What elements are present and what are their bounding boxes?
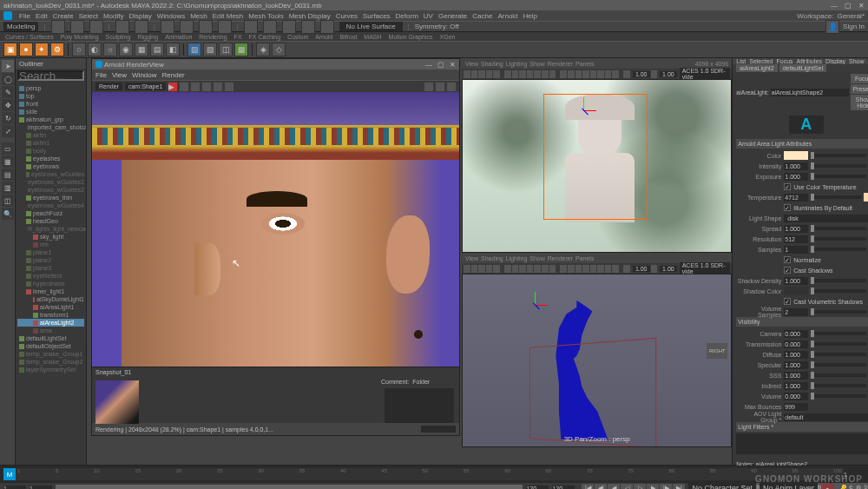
- vp2-gamma-icon[interactable]: [651, 265, 658, 273]
- shelf-gear-icon[interactable]: ⚙: [50, 43, 64, 56]
- attr-focus-button[interactable]: Focus: [851, 74, 868, 83]
- range-start-input[interactable]: [3, 486, 26, 490]
- module-dropdown[interactable]: Modeling: [3, 22, 38, 31]
- time-slider[interactable]: M 15101520253035404550556065707580859095…: [0, 466, 868, 483]
- shelf-bifrost[interactable]: Bifrost: [339, 34, 359, 40]
- intensity-slider[interactable]: [811, 164, 866, 168]
- vp2-xray-joints-icon[interactable]: [612, 265, 619, 273]
- res-slider[interactable]: [811, 237, 866, 241]
- select-object-icon[interactable]: [218, 20, 232, 34]
- outliner-item[interactable]: defaultObjectSet: [17, 342, 84, 350]
- outliner-item[interactable]: plane1: [17, 248, 84, 256]
- volume-slider[interactable]: [811, 394, 866, 398]
- menu-help[interactable]: Help: [523, 12, 537, 20]
- outliner-item[interactable]: eyebrows_wGuides4: [17, 202, 84, 209]
- renderview-image[interactable]: [92, 92, 459, 367]
- specular-slider[interactable]: [811, 363, 866, 367]
- outliner-item[interactable]: akhnaton_grp: [17, 116, 84, 123]
- vp2-resolution-gate-icon[interactable]: [519, 265, 526, 273]
- shelf-shader2-icon[interactable]: ▧: [203, 43, 217, 56]
- vp-gamma-icon[interactable]: [651, 70, 658, 78]
- menu-create[interactable]: Create: [53, 12, 74, 20]
- outliner-item[interactable]: plane2: [17, 256, 84, 264]
- attr-menu-focus[interactable]: Focus: [776, 58, 792, 64]
- shadow-density-slider[interactable]: [811, 279, 866, 282]
- menu-surfaces[interactable]: Surfaces: [363, 12, 391, 20]
- shelf-sphere-icon[interactable]: ●: [19, 43, 33, 56]
- play-fwd-icon[interactable]: ▷: [634, 484, 646, 489]
- vp-grid-icon[interactable]: [504, 70, 511, 78]
- shelf-light3-icon[interactable]: ☼: [103, 43, 117, 56]
- outliner-item[interactable]: rim: [17, 241, 84, 248]
- vp-lights-icon[interactable]: [582, 70, 589, 78]
- play-end-input[interactable]: [526, 486, 549, 490]
- attr-menu-attributes[interactable]: Attributes: [797, 58, 823, 64]
- camera-vis-input[interactable]: [784, 330, 808, 338]
- illum-checkbox[interactable]: [784, 204, 791, 211]
- exposure-input[interactable]: [784, 173, 808, 181]
- outliner-item[interactable]: headGeo: [17, 217, 84, 225]
- open-scene-icon[interactable]: [70, 20, 84, 34]
- transmission-slider[interactable]: [811, 342, 866, 346]
- vp2-menu-shading[interactable]: Shading: [481, 255, 503, 261]
- vp-resolution-gate-icon[interactable]: [519, 70, 526, 78]
- outliner-item[interactable]: imported_cam_shotca: [17, 123, 84, 131]
- vol-samples-slider[interactable]: [811, 310, 866, 314]
- menu-select[interactable]: Select: [79, 12, 98, 20]
- folder-label[interactable]: Folder: [412, 379, 430, 385]
- spread-slider[interactable]: [811, 227, 866, 230]
- vp-exposure-val[interactable]: 1.00: [633, 71, 650, 77]
- vp2-menu-view[interactable]: View: [465, 255, 478, 261]
- volume-input[interactable]: [784, 393, 808, 400]
- diffuse-input[interactable]: [784, 351, 808, 359]
- paint-tool-icon[interactable]: ✎: [2, 86, 14, 98]
- vp2-menu-panels[interactable]: Panels: [575, 255, 594, 261]
- shadow-color-swatch[interactable]: [784, 287, 808, 295]
- outliner-search-input[interactable]: [17, 70, 84, 81]
- shelf-light2-icon[interactable]: ◐: [88, 43, 102, 56]
- shelf-custom[interactable]: Custom: [286, 34, 310, 40]
- attr-menu-show[interactable]: Show: [849, 58, 865, 64]
- menu-generate[interactable]: Generate: [438, 12, 467, 20]
- shelf-light1-icon[interactable]: ○: [72, 43, 86, 56]
- vp-safe-action-icon[interactable]: [542, 70, 549, 78]
- sss-input[interactable]: [784, 372, 808, 380]
- light-filters-list[interactable]: [736, 433, 868, 454]
- rv-3d-icon[interactable]: [436, 83, 444, 91]
- vp-gamma-val[interactable]: 1.00: [660, 71, 677, 77]
- shelf-light7-icon[interactable]: ◧: [166, 43, 180, 56]
- vp-field-chart-icon[interactable]: [534, 70, 541, 78]
- cast-vol-checkbox[interactable]: [784, 298, 791, 305]
- maya-corner-icon[interactable]: M: [3, 468, 16, 480]
- shadow-density-input[interactable]: [784, 277, 808, 285]
- vp-gate-mask-icon[interactable]: [527, 70, 534, 78]
- undo-icon[interactable]: [115, 20, 129, 34]
- vp-safe-title-icon[interactable]: [549, 70, 556, 78]
- vp-isolate-icon[interactable]: [597, 70, 604, 78]
- vp2-grease-icon[interactable]: [493, 265, 500, 273]
- outliner-item[interactable]: transform1: [17, 311, 84, 319]
- menu-deform[interactable]: Deform: [396, 12, 418, 20]
- rv-menu-render[interactable]: Render: [162, 71, 185, 79]
- menu-editmesh[interactable]: Edit Mesh: [213, 12, 244, 20]
- vp-2d-pan-icon[interactable]: [486, 70, 493, 78]
- vol-samples-input[interactable]: [784, 308, 808, 316]
- menu-windows[interactable]: Windows: [157, 12, 185, 20]
- outliner-item[interactable]: inner_light1: [17, 287, 84, 295]
- lasso-tool-icon[interactable]: ◯: [2, 73, 14, 85]
- rotate-tool-icon[interactable]: ↻: [2, 112, 14, 124]
- outliner-item[interactable]: eyeReflect: [17, 272, 84, 280]
- outliner-item[interactable]: eyebrows_wGuides: [17, 170, 84, 178]
- select-vertex-icon[interactable]: [161, 20, 174, 34]
- vp2-smooth-icon[interactable]: [568, 265, 575, 273]
- rv-refresh-icon[interactable]: [180, 83, 188, 91]
- key-fwd-icon[interactable]: ▶: [647, 484, 659, 489]
- menu-cache[interactable]: Cache: [472, 12, 492, 20]
- outliner-item[interactable]: defaultLightSet: [17, 334, 84, 342]
- outliner-item[interactable]: aiAreaLight2: [17, 319, 84, 327]
- camera-vis-slider[interactable]: [811, 332, 866, 335]
- outliner-item[interactable]: eyebrows_wGuides2: [17, 186, 84, 194]
- range-end-input[interactable]: [552, 486, 575, 490]
- layout-single-icon[interactable]: ▭: [2, 142, 14, 155]
- outliner-item[interactable]: sky_light: [17, 233, 84, 241]
